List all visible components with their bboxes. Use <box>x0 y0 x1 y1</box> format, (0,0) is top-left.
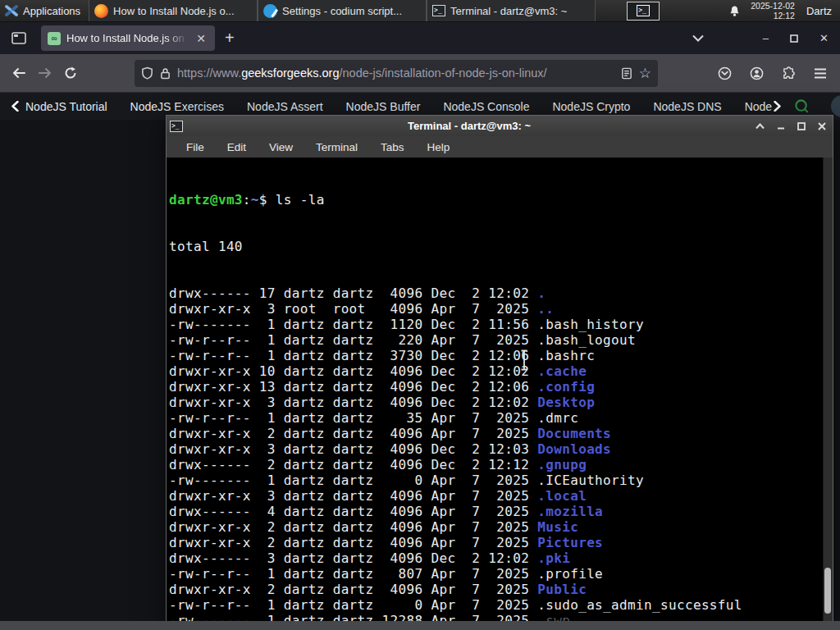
reload-button[interactable] <box>64 66 77 80</box>
ls-row: drwxr-xr-x 10 dartz dartz 4096 Dec 2 12:… <box>169 363 821 379</box>
forward-button[interactable] <box>38 67 52 79</box>
terminal-menu-terminal[interactable]: Terminal <box>304 141 369 153</box>
ls-row: drwx------ 3 dartz dartz 4096 Dec 2 12:0… <box>169 550 821 566</box>
workspace-switcher[interactable]: >_ <box>627 2 660 21</box>
nav-item-nodejs-tutorial[interactable]: NodeJS Tutorial <box>24 100 119 113</box>
nav-item-nodejs-dns[interactable]: NodeJS DNS <box>641 100 733 113</box>
tab-close-button[interactable]: ✕ <box>194 31 208 46</box>
ls-row-meta: drwx------ 17 dartz dartz 4096 Dec 2 12:… <box>169 285 537 301</box>
reader-mode-button[interactable] <box>621 67 632 80</box>
geeksforgeeks-favicon: ∞ <box>48 32 61 45</box>
ls-row-meta: drwxr-xr-x 13 dartz dartz 4096 Dec 2 12:… <box>169 379 537 395</box>
app-menu-hamburger-button[interactable] <box>814 68 827 79</box>
ls-row: -rw-r--r-- 1 dartz dartz 0 Apr 7 2025 .s… <box>169 597 821 613</box>
ls-row-filename: .config <box>537 379 595 395</box>
ls-row-meta: drwx------ 3 dartz dartz 4096 Dec 2 12:0… <box>169 550 537 566</box>
codium-icon <box>263 4 277 18</box>
sign-in-button[interactable]: Sign In <box>831 95 840 117</box>
browser-nav-buttons <box>0 66 87 80</box>
page-bottom-scrollbar[interactable] <box>0 621 840 630</box>
window-minimize-button[interactable]: – <box>763 32 769 44</box>
applications-menu-button[interactable]: Applications <box>0 0 89 21</box>
browser-toolbar: https://www.geeksforgeeks.org/node-js/in… <box>0 54 840 93</box>
nav-item-nodejs-exercises[interactable]: NodeJS Exercises <box>119 100 235 113</box>
terminal-prompt-line: dartz@vm3:~$ ls -la <box>169 192 821 208</box>
pocket-button[interactable] <box>718 66 732 80</box>
ls-row-filename: .sudo_as_admin_successful <box>537 597 742 613</box>
terminal-scrollbar-thumb[interactable] <box>824 568 831 614</box>
nav-scroll-left-chevron[interactable] <box>0 101 24 112</box>
window-close-button[interactable]: ✕ <box>819 32 829 44</box>
ls-row: drwxr-xr-x 2 dartz dartz 4096 Apr 7 2025… <box>169 519 821 535</box>
terminal-menu-tabs[interactable]: Tabs <box>369 141 416 153</box>
prompt-user-host: dartz@vm3 <box>169 192 243 208</box>
taskbar-window-button[interactable]: >_Terminal - dartz@vm3: ~ <box>427 0 596 21</box>
window-title-label: Settings - codium script... <box>282 5 402 17</box>
ls-row-filename: .bash_history <box>537 317 644 332</box>
text-cursor-pointer <box>519 349 529 374</box>
nav-scroll-right-chevron[interactable] <box>772 101 783 112</box>
tab-list-dropdown-button[interactable] <box>692 34 704 42</box>
terminal-menu-file[interactable]: File <box>175 141 216 153</box>
terminal-menubar: FileEditViewTerminalTabsHelp <box>167 136 833 158</box>
nav-item-node[interactable]: Node <box>733 100 772 113</box>
terminal-icon: >_ <box>432 5 445 16</box>
nav-item-nodejs-console[interactable]: NodeJS Console <box>431 100 541 113</box>
browser-tab[interactable]: ∞ How to Install Node.js on ✕ <box>41 25 215 51</box>
ls-row: -rw-r--r-- 1 dartz dartz 35 Apr 7 2025 .… <box>169 410 821 426</box>
terminal-titlebar[interactable]: >_ Terminal - dartz@vm3: ~ <box>167 116 833 136</box>
ls-row: -rw-r--r-- 1 dartz dartz 807 Apr 7 2025 … <box>169 566 821 582</box>
taskbar-window-button[interactable]: How to Install Node.js o... <box>89 0 258 21</box>
terminal-menu-edit[interactable]: Edit <box>216 141 258 153</box>
ls-row-meta: drwxr-xr-x 2 dartz dartz 4096 Apr 7 2025 <box>169 519 537 535</box>
nav-item-nodejs-assert[interactable]: NodeJS Assert <box>235 100 335 113</box>
terminal-maximize-button[interactable] <box>797 122 806 130</box>
ls-row-meta: drwxr-xr-x 3 root root 4096 Apr 7 2025 <box>169 301 537 317</box>
nav-item-nodejs-crypto[interactable]: NodeJS Crypto <box>541 100 641 113</box>
terminal-total-line: total 140 <box>169 239 821 254</box>
new-tab-button[interactable]: + <box>215 29 244 48</box>
ls-row-meta: -rw-r--r-- 1 dartz dartz 220 Apr 7 2025 <box>169 332 537 348</box>
ls-row-filename: .profile <box>537 566 603 582</box>
terminal-title: Terminal - dartz@vm3: ~ <box>183 120 756 132</box>
url-prefix: https://www. <box>177 66 241 80</box>
terminal-menu-view[interactable]: View <box>258 141 304 153</box>
extensions-puzzle-button[interactable] <box>782 66 796 80</box>
ls-row: drwxr-xr-x 3 dartz dartz 4096 Dec 2 12:0… <box>169 441 821 457</box>
terminal-scrollbar[interactable] <box>823 158 833 621</box>
tabbar-controls: – ✕ <box>692 32 840 44</box>
ls-row-filename: .bashrc <box>537 348 595 363</box>
lock-icon <box>160 67 171 80</box>
firefox-view-button[interactable] <box>5 26 33 51</box>
ls-row-filename: .ICEauthority <box>537 472 644 488</box>
notification-bell-icon[interactable] <box>728 5 741 17</box>
desktop-screen: Applications How to Install Node.js o...… <box>0 0 840 630</box>
account-button[interactable] <box>750 66 764 80</box>
terminal-menu-help[interactable]: Help <box>416 141 462 153</box>
window-maximize-button[interactable] <box>790 34 798 43</box>
terminal-window-buttons <box>756 122 826 130</box>
ls-row: drwx------ 4 dartz dartz 4096 Apr 7 2025… <box>169 504 821 519</box>
ls-row: drwxr-xr-x 2 dartz dartz 4096 Apr 7 2025… <box>169 582 821 597</box>
ls-row: drwxr-xr-x 13 dartz dartz 4096 Dec 2 12:… <box>169 379 821 395</box>
url-text[interactable]: https://www.geeksforgeeks.org/node-js/in… <box>177 66 614 80</box>
panel-clock[interactable]: 2025-12-02 12:12 <box>751 1 795 21</box>
url-bar[interactable]: https://www.geeksforgeeks.org/node-js/in… <box>135 60 658 87</box>
prompt-dollar: $ <box>259 192 276 208</box>
terminal-close-button[interactable] <box>818 122 826 130</box>
site-search-icon[interactable] <box>794 98 810 114</box>
nav-item-nodejs-buffer[interactable]: NodeJS Buffer <box>335 100 432 113</box>
ls-row-meta: drwxr-xr-x 2 dartz dartz 4096 Apr 7 2025 <box>169 426 537 441</box>
terminal-minimize-button[interactable] <box>777 123 785 130</box>
ls-row-filename: .swp <box>537 613 570 621</box>
back-button[interactable] <box>11 67 26 79</box>
terminal-output-area[interactable]: dartz@vm3:~$ ls -la total 140 drwx------… <box>167 158 833 621</box>
ls-output: drwx------ 17 dartz dartz 4096 Dec 2 12:… <box>169 285 821 621</box>
taskbar-window-button[interactable]: Settings - codium script... <box>258 0 427 21</box>
ls-row-filename: Downloads <box>537 441 611 457</box>
bookmark-star-button[interactable]: ☆ <box>639 66 651 80</box>
terminal-shade-button[interactable] <box>756 123 765 130</box>
tracking-shield-icon[interactable] <box>141 66 153 80</box>
ls-row-filename: . <box>537 285 546 301</box>
site-nav-items: NodeJS TutorialNodeJS ExercisesNodeJS As… <box>24 100 772 113</box>
